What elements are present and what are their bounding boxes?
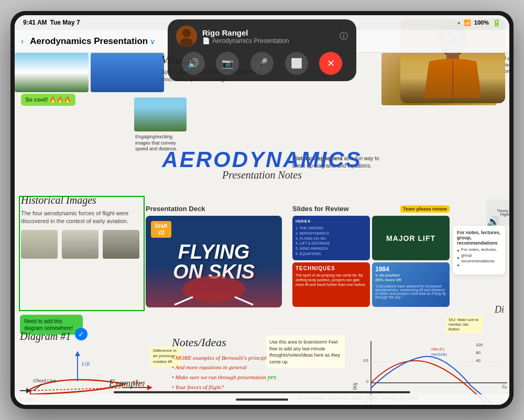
- presentation-deck-section: Presentation Deck DraftV2 FLYINGON SKIS: [146, 205, 282, 307]
- notes-item-3-text: Make sure we run through presentation: [176, 374, 266, 380]
- mid-slope-image: [134, 97, 187, 131]
- yes-label: yes: [268, 373, 277, 381]
- for-notes-text: For notes, lectures, group recommendatio…: [461, 247, 503, 264]
- svg-text:80: 80: [476, 350, 481, 355]
- quote-text: "Calculations have allowed for increased…: [375, 284, 446, 299]
- ipad-frame: 9:41 AM Tue May 7 ● 📶 100% 🔋 ‹ Aerodynam…: [10, 11, 514, 409]
- slide-1984[interactable]: 1984 V ski position 28% more lift "Calcu…: [372, 262, 450, 307]
- back-chevron-icon: ‹: [21, 37, 24, 46]
- screen-icon: ⬜: [291, 58, 302, 69]
- svg-marker-5: [75, 351, 80, 356]
- diagram-section: Diagram #1 Lift: [20, 330, 167, 405]
- scroll-indicator: [114, 391, 410, 393]
- biplane-image: [62, 230, 99, 259]
- audio-icon: 🔊: [188, 58, 199, 69]
- so-cool-note: So cool! 🔥🔥🔥: [21, 94, 75, 106]
- camera-button[interactable]: 📷: [216, 52, 239, 75]
- techniques-desc: The sport of ski jumping has come far. B…: [296, 273, 367, 287]
- screen-share-button[interactable]: ⬜: [285, 52, 308, 75]
- facetime-overlay: Rigo Rangel 📄 Aerodynamics Presentation …: [168, 19, 356, 81]
- hangglider-image: [103, 230, 139, 259]
- skier-overlay: [146, 266, 282, 307]
- example-label: Example:: [109, 378, 145, 389]
- right-notes-title: For notes, lectures, group, recommendati…: [457, 230, 501, 246]
- end-call-button[interactable]: ✕: [319, 52, 342, 75]
- slide-major-lift[interactable]: MAJOR LIFT: [372, 216, 450, 260]
- team-badge: Team please review: [400, 205, 450, 213]
- slide-index-item-5: 5. WIND PARADOX: [296, 246, 367, 251]
- title-chevron-icon[interactable]: ∨: [150, 37, 155, 46]
- brainstorm-note: Use this area to brainstorm! Feel free t…: [266, 336, 345, 368]
- facetime-info-button[interactable]: ⓘ: [340, 31, 348, 42]
- date-display: Tue May 7: [50, 19, 80, 26]
- year-1984: 1984: [375, 266, 446, 273]
- microphone-icon: 🎤: [256, 58, 268, 69]
- slides-review-header: Slides for Review Team please review: [292, 205, 450, 213]
- top-images: [15, 53, 164, 92]
- brainstorm-text: Use this area to brainstorm! Feel free t…: [266, 336, 345, 368]
- presentation-deck-label: Presentation Deck: [146, 205, 282, 213]
- svg-text:40: 40: [476, 358, 481, 363]
- svg-text:Lift: Lift: [81, 360, 90, 367]
- facetime-header: Rigo Rangel 📄 Aerodynamics Presentation …: [176, 26, 348, 47]
- slope-image: [91, 53, 165, 92]
- major-lift-text: MAJOR LIFT: [386, 234, 435, 242]
- diagram-title: Diagram #1: [20, 330, 167, 342]
- slide-index-item-3: 3. FLYING ON SKI: [296, 236, 367, 241]
- slides-review-label: Slides for Review: [292, 205, 349, 213]
- caller-info: Rigo Rangel 📄 Aerodynamics Presentation: [202, 28, 334, 45]
- historical-images-section: Historical Images The four aerodynamic f…: [21, 194, 147, 259]
- audio-button[interactable]: 🔊: [182, 52, 205, 75]
- slide-techniques[interactable]: TECHNIQUES The sport of ski jumping has …: [292, 262, 370, 307]
- avatar-person-svg: [176, 26, 197, 47]
- slide-index-item-2: 2. AERODYNAMICS: [296, 231, 367, 236]
- ipad-screen: 9:41 AM Tue May 7 ● 📶 100% 🔋 ‹ Aerodynam…: [15, 15, 509, 405]
- slide-index-item-1: 1. THE ORIGINS: [296, 226, 367, 231]
- facetime-subtitle: 📄 Aerodynamics Presentation: [202, 37, 334, 45]
- deck-card[interactable]: DraftV2 FLYINGON SKIS: [146, 216, 282, 307]
- facetime-doc-icon: 📄: [202, 37, 210, 45]
- ski-jumpers-image: [15, 53, 89, 92]
- notes-item-3: Make sure we run through presentation ye…: [172, 372, 298, 383]
- mute-button[interactable]: 🎤: [250, 52, 274, 75]
- caller-avatar: [176, 26, 197, 47]
- svg-text:120: 120: [476, 342, 483, 347]
- di-label: Di: [495, 304, 504, 315]
- historical-images-grid: [21, 230, 147, 259]
- svg-text:0: 0: [366, 380, 368, 383]
- battery-icon: 🔋: [492, 18, 501, 27]
- skj-note: SKJ: Make sure to mention Jan Boklov: [446, 316, 483, 333]
- svg-text:f(a): f(a): [353, 383, 358, 390]
- back-button[interactable]: ‹: [21, 37, 26, 46]
- svg-text:Cₚ: Cₚ: [502, 384, 508, 389]
- draft-badge: DraftV2: [151, 221, 171, 238]
- svg-rect-36: [446, 53, 459, 61]
- svg-text:0.5: 0.5: [363, 359, 368, 362]
- facetime-subtitle-text: Aerodynamics Presentation: [212, 37, 289, 45]
- slide-index[interactable]: INDEX 1. THE ORIGINS 2. AERODYNAMICS 3. …: [292, 216, 370, 260]
- slides-grid: INDEX 1. THE ORIGINS 2. AERODYNAMICS 3. …: [292, 216, 450, 307]
- slides-review-section: Slides for Review Team please review IND…: [292, 205, 450, 307]
- facetime-controls: 🔊 📷 🎤 ⬜ ✕: [176, 52, 348, 75]
- caller-name: Rigo Rangel: [202, 28, 334, 37]
- page-title: Aerodynamics Presentation: [30, 36, 148, 47]
- presentation-notes-subtitle: Presentation Notes: [222, 169, 302, 181]
- slide-index-item-4: 4. LIFT & DISTANCE: [296, 241, 367, 246]
- bottom-bar: [15, 394, 509, 405]
- lift-percent: 28% more lift: [375, 278, 446, 282]
- slide-index-title: INDEX: [296, 219, 367, 224]
- end-call-icon: ✕: [327, 58, 335, 69]
- svg-text:Chord Line: Chord Line: [33, 378, 56, 383]
- historical-heading: Historical Images: [21, 194, 147, 206]
- svg-text:max(f₂/f₃): max(f₂/f₃): [431, 352, 447, 357]
- svg-point-34: [180, 38, 193, 47]
- battery-display: 100%: [474, 19, 489, 26]
- canvas-area: So cool! 🔥🔥🔥 Engaging/exciting images th…: [15, 53, 509, 405]
- main-aerodynamics-title: AERODYNAMICS: [162, 147, 362, 172]
- svg-marker-8: [147, 385, 152, 390]
- airplane-image: [21, 230, 58, 259]
- notes-item-4: Your forces of flight?: [172, 383, 298, 392]
- home-indicator: [236, 399, 288, 401]
- signal-icon: ●: [457, 20, 461, 26]
- slide-index-item-6: 6. EQUATIONS: [296, 251, 367, 257]
